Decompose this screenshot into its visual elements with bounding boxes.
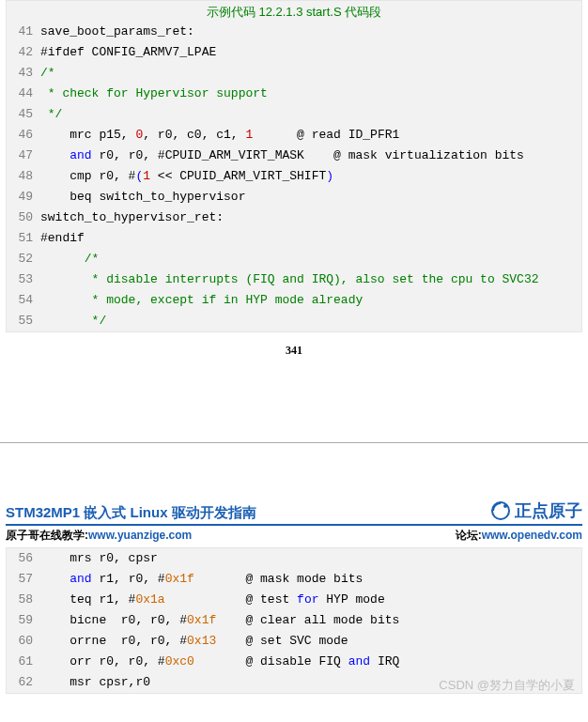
watermark: CSDN @努力自学的小夏 [0,677,575,694]
code-text: * disable interrupts (FIQ and IRQ), also… [40,269,581,290]
page-number: 341 [0,344,588,358]
line-number: 42 [7,42,40,63]
code-line: 52 /* [7,249,581,269]
code-text: */ [40,104,581,125]
svg-point-1 [503,504,507,508]
line-number: 52 [7,249,40,269]
code-text: bicne r0, r0, #0x1f @ clear all mode bit… [40,610,581,631]
code-text: orrne r0, r0, #0x13 @ set SVC mode [40,631,581,652]
page-break [0,442,588,499]
line-number: 61 [7,652,40,672]
line-number: 53 [7,269,40,290]
code-line: 42#ifdef CONFIG_ARMV7_LPAE [7,42,581,63]
code-text: /* [40,63,581,84]
code-text: orr r0, r0, #0xc0 @ disable FIQ and IRQ [40,652,581,672]
brand-text: 正点原子 [515,499,582,522]
code-line: 44 * check for Hypervisor support [7,84,581,104]
code-line: 56 mrs r0, cpsr [7,548,581,569]
code-line: 43/* [7,63,581,84]
line-number: 50 [7,207,40,228]
sub-header: 原子哥在线教学:www.yuanzige.com 论坛:www.openedv.… [6,528,582,544]
code-line: 48 cmp r0, #(1 << CPUID_ARM_VIRT_SHIFT) [7,166,581,187]
code-text: * mode, except if in HYP mode already [40,290,581,311]
code-line: 50switch_to_hypervisor_ret: [7,207,581,228]
code-line: 49 beq switch_to_hypervisor [7,187,581,207]
code-line: 51#endif [7,228,581,249]
code-line: 45 */ [7,104,581,125]
line-number: 45 [7,104,40,125]
code-line: 58 teq r1, #0x1a @ test for HYP mode [7,590,581,610]
code-text: * check for Hypervisor support [40,84,581,104]
line-number: 58 [7,590,40,610]
code-line: 53 * disable interrupts (FIQ and IRQ), a… [7,269,581,290]
line-number: 48 [7,166,40,187]
line-number: 51 [7,228,40,249]
line-number: 56 [7,548,40,569]
code-line: 41save_boot_params_ret: [7,22,581,42]
line-number: 49 [7,187,40,207]
code-text: and r0, r0, #CPUID_ARM_VIRT_MASK @ mask … [40,146,581,166]
line-number: 55 [7,311,40,331]
code-line: 61 orr r0, r0, #0xc0 @ disable FIQ and I… [7,652,581,672]
code-line: 60 orrne r0, r0, #0x13 @ set SVC mode [7,631,581,652]
code-text: teq r1, #0x1a @ test for HYP mode [40,590,581,610]
line-number: 59 [7,610,40,631]
forum-link: 论坛:www.openedv.com [456,528,582,544]
code-text: #ifdef CONFIG_ARMV7_LPAE [40,42,581,63]
teach-link: 原子哥在线教学:www.yuanzige.com [6,528,192,544]
code-text: mrc p15, 0, r0, c0, c1, 1 @ read ID_PFR1 [40,125,581,146]
code-line: 57 and r1, r0, #0x1f @ mask mode bits [7,569,581,590]
code-line: 59 bicne r0, r0, #0x1f @ clear all mode … [7,610,581,631]
doc-header: STM32MP1 嵌入式 Linux 驱动开发指南 正点原子 [6,499,582,522]
code-text: beq switch_to_hypervisor [40,187,581,207]
brand-logo: 正点原子 [490,499,582,522]
line-number: 46 [7,125,40,146]
code-lines-1: 41save_boot_params_ret:42#ifdef CONFIG_A… [7,22,581,331]
line-number: 43 [7,63,40,84]
line-number: 60 [7,631,40,652]
code-block-1: 示例代码 12.2.1.3 start.S 代码段 41save_boot_pa… [6,0,582,332]
code-text: cmp r0, #(1 << CPUID_ARM_VIRT_SHIFT) [40,166,581,187]
doc-title: STM32MP1 嵌入式 Linux 驱动开发指南 [6,504,256,522]
line-number: 44 [7,84,40,104]
code-text: switch_to_hypervisor_ret: [40,207,581,228]
code-lines-2: 56 mrs r0, cpsr57 and r1, r0, #0x1f @ ma… [7,548,581,693]
code-text: /* [40,249,581,269]
code-text: and r1, r0, #0x1f @ mask mode bits [40,569,581,590]
line-number: 41 [7,22,40,42]
line-number: 47 [7,146,40,166]
code-line: 54 * mode, except if in HYP mode already [7,290,581,311]
line-number: 54 [7,290,40,311]
code-text: */ [40,311,581,331]
code-block-title: 示例代码 12.2.1.3 start.S 代码段 [7,1,581,22]
code-line: 46 mrc p15, 0, r0, c0, c1, 1 @ read ID_P… [7,125,581,146]
header-rule [6,524,582,526]
code-line: 47 and r0, r0, #CPUID_ARM_VIRT_MASK @ ma… [7,146,581,166]
code-text: #endif [40,228,581,249]
code-text: mrs r0, cpsr [40,548,581,569]
code-line: 55 */ [7,311,581,331]
atom-icon [490,500,511,521]
line-number: 57 [7,569,40,590]
code-text: save_boot_params_ret: [40,22,581,42]
code-block-2: 56 mrs r0, cpsr57 and r1, r0, #0x1f @ ma… [6,547,582,694]
